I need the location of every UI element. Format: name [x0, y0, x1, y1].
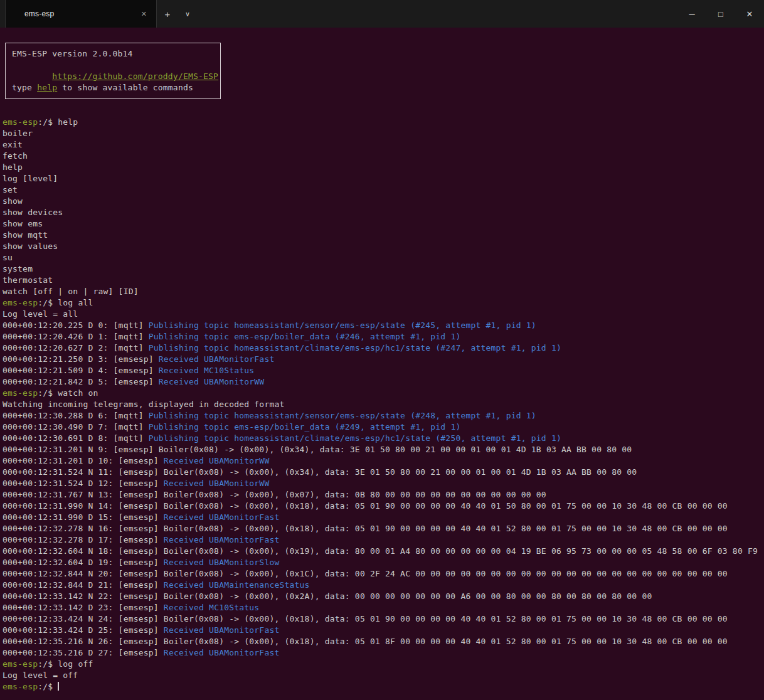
tab-ems-esp[interactable]: ems-esp ✕ [5, 0, 157, 28]
github-link[interactable]: https://github.com/proddy/EMS-ESP [52, 72, 218, 81]
terminal-line: 000+00:12:35.216 N 26: [emsesp] Boiler(0… [3, 636, 764, 647]
terminal-text-segment: show devices [3, 208, 63, 217]
terminal-text-segment: show mqtt [3, 230, 48, 240]
terminal-line: 000+00:12:31.201 N 9: [emsesp] Boiler(0x… [3, 444, 764, 455]
terminal-line: system [3, 263, 764, 275]
terminal-screen[interactable]: EMS-ESP version 2.0.0b14 https://github.… [0, 28, 764, 700]
terminal-text-segment: Received UBAMonitorWW [164, 479, 270, 488]
terminal-text-segment: :/$ watch on [38, 388, 98, 398]
terminal-line: watch [off | on | raw] [ID] [3, 286, 764, 297]
maximize-icon: □ [718, 10, 723, 18]
tab-dropdown-button[interactable]: ∨ [178, 0, 197, 28]
new-tab-button[interactable]: + [157, 0, 178, 28]
terminal-text-segment: 000+00:12:35.216 N 26: [emsesp] Boiler(0… [3, 637, 728, 646]
terminal-line: 000+00:12:33.142 N 22: [emsesp] Boiler(0… [3, 591, 764, 602]
terminal-text-segment: show ems [3, 219, 43, 228]
terminal-text-segment: Watching incoming telegrams, displayed i… [3, 400, 285, 409]
terminal-text-segment: Received UBAMonitorFast [164, 512, 280, 522]
terminal-text-segment: :/$ help [38, 117, 78, 127]
terminal-line: exit [3, 139, 764, 151]
terminal-text-segment: 000+00:12:20.225 D 0: [mqtt] [3, 321, 149, 330]
terminal-text-segment: ems-esp [3, 682, 38, 691]
minimize-button[interactable]: ─ [677, 0, 706, 28]
terminal-line: su [3, 252, 764, 263]
terminal-line: log [level] [3, 173, 764, 184]
terminal-window: ems-esp ✕ + ∨ ─ □ ✕ EMS-ESP version 2.0.… [0, 0, 764, 700]
terminal-text-segment: 000+00:12:33.142 N 22: [emsesp] Boiler(0… [3, 591, 652, 601]
terminal-line: 000+00:12:31.524 D 12: [emsesp] Received… [3, 478, 764, 489]
terminal-text-segment: Received UBAMonitorWW [164, 456, 270, 465]
terminal-line: 000+00:12:32.604 N 18: [emsesp] Boiler(0… [3, 546, 764, 557]
help-link[interactable]: help [37, 83, 57, 92]
chevron-down-icon: ∨ [185, 10, 190, 18]
terminal-line: 000+00:12:31.990 N 14: [emsesp] Boiler(0… [3, 501, 764, 512]
terminal-line: show [3, 196, 764, 207]
terminal-line: show values [3, 241, 764, 252]
terminal-text-segment: set [3, 185, 18, 194]
tab-title: ems-esp [24, 9, 137, 18]
terminal-line: 000+00:12:31.201 D 10: [emsesp] Received… [3, 455, 764, 467]
terminal-text-segment: 000+00:12:33.424 D 25: [emsesp] [3, 625, 164, 635]
terminal-text-segment: Publishing topic homeassistant/sensor/em… [149, 411, 536, 420]
terminal-text-segment: :/$ log all [38, 298, 93, 307]
terminal-text-segment: 000+00:12:30.288 D 6: [mqtt] [3, 411, 149, 420]
terminal-line: show mqtt [3, 230, 764, 241]
terminal-line: 000+00:12:33.424 N 24: [emsesp] Boiler(0… [3, 613, 764, 625]
terminal-text-segment: 000+00:12:33.142 D 23: [emsesp] [3, 603, 164, 612]
terminal-text-segment: 000+00:12:31.990 D 15: [emsesp] [3, 512, 164, 522]
terminal-line: 000+00:12:33.142 D 23: [emsesp] Received… [3, 602, 764, 613]
terminal-text-segment: thermostat [3, 275, 53, 285]
terminal-text-segment: fetch [3, 151, 28, 161]
tab-close-icon[interactable]: ✕ [137, 9, 151, 19]
terminal-cursor [58, 682, 59, 691]
terminal-text-segment: Received MC10Status [159, 366, 255, 375]
terminal-text-segment: Received UBAMaintenanceStatus [164, 580, 310, 590]
banner-title: EMS-ESP version 2.0.0b14 [12, 48, 214, 60]
terminal-text-segment: Received UBAMonitorFast [159, 354, 275, 364]
terminal-line: 000+00:12:33.424 D 25: [emsesp] Received… [3, 625, 764, 636]
terminal-line: ems-esp:/$ watch on [3, 388, 764, 399]
terminal-line: 000+00:12:30.691 D 8: [mqtt] Publishing … [3, 433, 764, 444]
maximize-button[interactable]: □ [706, 0, 735, 28]
terminal-text-segment: 000+00:12:30.691 D 8: [mqtt] [3, 433, 149, 443]
terminal-text-segment: show [3, 196, 23, 206]
terminal-text-segment: Received UBAMonitorFast [164, 648, 280, 657]
terminal-text-segment: :/$ log off [38, 659, 93, 669]
terminal-line: 000+00:12:20.426 D 1: [mqtt] Publishing … [3, 331, 764, 342]
terminal-line: set [3, 184, 764, 196]
terminal-text-segment: :/$ [38, 682, 58, 691]
terminal-text-segment: 000+00:12:21.509 D 4: [emsesp] [3, 366, 159, 375]
terminal-text-segment: Publishing topic homeassistant/climate/e… [149, 343, 561, 353]
terminal-text-segment: 000+00:12:35.216 D 27: [emsesp] [3, 648, 164, 657]
terminal-line: thermostat [3, 275, 764, 286]
terminal-text-segment: ems-esp [3, 117, 38, 127]
banner-tip: type help to show available commands [12, 82, 214, 93]
close-button[interactable]: ✕ [735, 0, 764, 28]
terminal-line: ems-esp:/$ help [3, 117, 764, 128]
terminal-text-segment: Log level = all [3, 309, 78, 319]
terminal-line: 000+00:12:32.278 D 17: [emsesp] Received… [3, 534, 764, 546]
banner-tip-prefix: type [12, 83, 37, 92]
terminal-text-segment: help [3, 162, 23, 172]
terminal-line: show ems [3, 218, 764, 230]
terminal-text-segment: 000+00:12:33.424 N 24: [emsesp] Boiler(0… [3, 614, 728, 623]
terminal-line: show devices [3, 207, 764, 218]
banner-box: EMS-ESP version 2.0.0b14 https://github.… [5, 43, 221, 99]
terminal-text-segment: 000+00:12:21.250 D 3: [emsesp] [3, 354, 159, 364]
terminal-text-segment: boiler [3, 129, 33, 138]
terminal-line: 000+00:12:30.288 D 6: [mqtt] Publishing … [3, 410, 764, 422]
terminal-text-segment: 000+00:12:31.201 D 10: [emsesp] [3, 456, 164, 465]
terminal-text-segment: 000+00:12:32.604 D 19: [emsesp] [3, 558, 164, 567]
terminal-text-segment: 000+00:12:32.278 N 16: [emsesp] Boiler(0… [3, 524, 728, 533]
terminal-text-segment: Received UBAMonitorFast [164, 535, 280, 544]
terminal-text-segment: exit [3, 140, 23, 149]
terminal-line: Log level = all [3, 309, 764, 320]
terminal-text-segment: log [level] [3, 174, 58, 183]
terminal-line: 000+00:12:31.767 N 13: [emsesp] Boiler(0… [3, 489, 764, 501]
terminal-text-segment: ems-esp [3, 298, 38, 307]
terminal-text-segment: 000+00:12:31.201 N 9: [emsesp] Boiler(0x… [3, 445, 632, 454]
titlebar-drag-area [197, 0, 677, 28]
terminal-text-segment: show values [3, 241, 58, 251]
terminal-text-segment: Publishing topic homeassistant/climate/e… [149, 433, 561, 443]
terminal-line: Log level = off [3, 670, 764, 681]
